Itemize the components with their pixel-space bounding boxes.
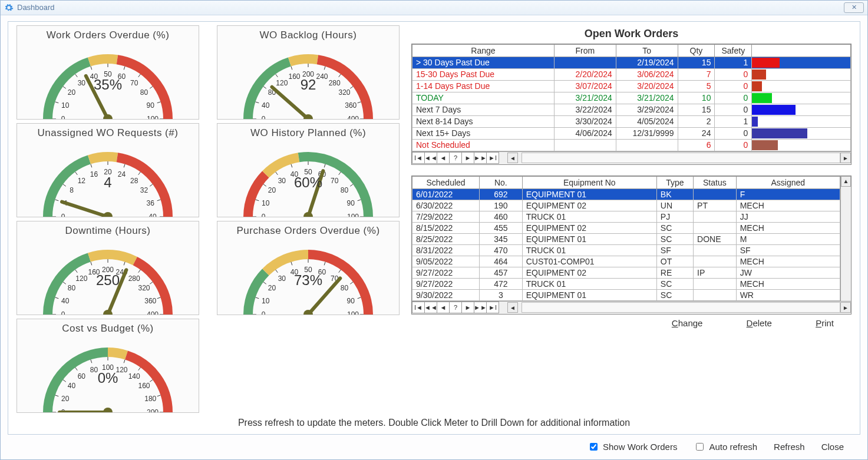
table-row[interactable]: 8/15/2022455EQUIPMENT 02SCMECH xyxy=(412,222,840,233)
gauge-value: 92 xyxy=(301,77,316,93)
hscroll2-right-icon[interactable]: ► xyxy=(840,302,851,313)
table-row[interactable]: Not Scheduled60 xyxy=(412,139,851,151)
hscroll2-track[interactable] xyxy=(522,302,840,313)
svg-line-108 xyxy=(124,262,125,265)
col-header[interactable]: Scheduled xyxy=(412,176,480,188)
table-row[interactable]: 7/29/2022460TRUCK 01PJJJ xyxy=(412,211,840,222)
svg-text:10: 10 xyxy=(262,198,270,207)
svg-line-74 xyxy=(256,200,259,201)
svg-text:140: 140 xyxy=(128,372,140,380)
schedule-vscroll[interactable]: ▲ xyxy=(840,176,851,301)
svg-line-80 xyxy=(291,164,292,167)
hscroll2-left-icon[interactable]: ◄ xyxy=(507,302,518,313)
nav-fwd-icon[interactable]: ► xyxy=(461,152,474,164)
svg-text:80: 80 xyxy=(68,284,76,292)
schedule-table[interactable]: ScheduledNo.Equipment NoTypeStatusAssign… xyxy=(412,176,840,301)
col-header[interactable] xyxy=(752,44,851,57)
svg-line-138 xyxy=(358,297,361,299)
table-row[interactable]: 8/25/2022345EQUIPMENT 01SCDONEM xyxy=(412,233,840,244)
nav2-query-icon[interactable]: ? xyxy=(449,302,462,313)
nav2-fastback-icon[interactable]: ◄◄ xyxy=(424,302,437,313)
close-link[interactable]: Close xyxy=(821,442,844,452)
table-row[interactable]: Next 7 Days3/22/20243/29/2024150 xyxy=(412,104,851,115)
gauge-card[interactable]: Cost vs Budget (%)0204060801001201401601… xyxy=(16,319,199,413)
svg-text:20: 20 xyxy=(268,186,276,194)
open-work-orders-panel: Open Work Orders RangeFromToQtySafety> 3… xyxy=(411,25,852,413)
table-row[interactable]: 9/05/2022464CUST01-COMP01OTMECH xyxy=(412,256,840,267)
table-row[interactable]: Next 8-14 Days3/30/20244/05/202421 xyxy=(412,115,851,127)
gauge-card[interactable]: WO History Planned (%)010203040506070809… xyxy=(217,123,400,217)
gauge-card[interactable]: Unassigned WO Requests (#)04812162024283… xyxy=(16,123,199,217)
hint-text: Press refresh to update the meters. Doub… xyxy=(16,413,852,431)
svg-text:0: 0 xyxy=(61,213,65,217)
table-row[interactable]: 9/27/2022457EQUIPMENT 02REIPJW xyxy=(412,267,840,278)
print-link[interactable]: Print xyxy=(816,318,834,328)
svg-line-32 xyxy=(291,66,292,70)
range-table[interactable]: RangeFromToQtySafety> 30 Days Past Due2/… xyxy=(412,44,851,151)
col-header[interactable]: No. xyxy=(480,176,523,188)
table-row[interactable]: 6/30/2022190EQUIPMENT 02UNPTMECH xyxy=(412,200,840,211)
hscroll-track[interactable] xyxy=(522,153,840,163)
svg-text:320: 320 xyxy=(138,284,150,292)
svg-point-167 xyxy=(103,408,113,412)
col-header[interactable]: To xyxy=(616,44,678,57)
table-row[interactable]: Next 15+ Days4/06/202412/31/9999240 xyxy=(412,127,851,139)
svg-text:40: 40 xyxy=(61,296,70,305)
nav-query-icon[interactable]: ? xyxy=(449,152,462,164)
nav2-back-icon[interactable]: ◄ xyxy=(437,302,450,313)
show-work-orders-checkbox[interactable]: Show Work Orders xyxy=(588,441,677,452)
svg-line-38 xyxy=(339,74,341,77)
change-link[interactable]: Change xyxy=(672,318,703,328)
nav-fastfwd-icon[interactable]: ►► xyxy=(474,152,487,164)
delete-link[interactable]: Delete xyxy=(747,318,772,328)
table-row[interactable]: 6/01/2022692EQUIPMENT 01BKF xyxy=(412,188,840,200)
gauge-card[interactable]: WO Backlog (Hours)0408012016020024028032… xyxy=(217,25,400,120)
nav-last-icon[interactable]: ►I xyxy=(486,152,499,164)
gauge-card[interactable]: Downtime (Hours)040801201602002402803203… xyxy=(16,221,199,315)
hscroll-right-icon[interactable]: ► xyxy=(840,153,851,163)
svg-line-98 xyxy=(55,297,59,299)
col-header[interactable]: Assigned xyxy=(736,176,840,188)
table-row[interactable]: TODAY3/21/20243/21/2024100 xyxy=(412,92,851,104)
table-row[interactable]: 15-30 Days Past Due2/20/20243/06/202470 xyxy=(412,68,851,80)
gauge-card[interactable]: Purchase Orders Overdue (%)0102030405060… xyxy=(217,221,400,315)
table-row[interactable]: 9/30/20223EQUIPMENT 01SCWR xyxy=(412,289,840,300)
nav-back-icon[interactable]: ◄ xyxy=(437,152,450,164)
svg-line-112 xyxy=(150,282,153,284)
col-header[interactable]: Equipment No xyxy=(522,176,656,188)
nav2-last-icon[interactable]: ►I xyxy=(486,302,499,313)
nav-first-icon[interactable]: I◄ xyxy=(412,152,425,164)
svg-line-84 xyxy=(324,164,325,167)
table-row[interactable]: > 30 Days Past Due2/19/2024151 xyxy=(412,57,851,68)
nav2-first-icon[interactable]: I◄ xyxy=(412,302,425,313)
svg-line-14 xyxy=(138,74,141,77)
vscroll-up-icon[interactable]: ▲ xyxy=(841,176,851,187)
svg-line-102 xyxy=(75,270,78,273)
table-row[interactable]: 9/27/2022472TRUCK 01SCMECH xyxy=(412,278,840,289)
nav2-fastfwd-icon[interactable]: ►► xyxy=(474,302,487,313)
col-header[interactable]: Qty xyxy=(678,44,715,57)
hscroll-left-icon[interactable]: ◄ xyxy=(507,153,518,163)
nav2-fwd-icon[interactable]: ► xyxy=(461,302,474,313)
svg-line-114 xyxy=(157,297,161,299)
auto-refresh-checkbox[interactable]: Auto refresh xyxy=(694,441,757,452)
svg-line-86 xyxy=(339,172,341,175)
svg-point-95 xyxy=(303,212,313,217)
svg-text:60: 60 xyxy=(78,372,86,380)
table-row[interactable]: 1-14 Days Past Due3/07/20243/20/202450 xyxy=(412,80,851,92)
window-close-button[interactable]: ✕ xyxy=(844,2,864,13)
col-header[interactable]: Type xyxy=(656,176,693,188)
refresh-link[interactable]: Refresh xyxy=(774,442,805,452)
svg-text:70: 70 xyxy=(130,78,138,87)
gauge-card[interactable]: Work Orders Overdue (%)01020304050607080… xyxy=(16,25,199,120)
table-row[interactable]: 8/31/2022470TRUCK 01SFSF xyxy=(412,244,840,256)
col-header[interactable]: Safety xyxy=(715,44,752,57)
col-header[interactable]: Range xyxy=(412,44,555,57)
svg-text:32: 32 xyxy=(140,186,148,194)
svg-line-54 xyxy=(75,172,78,175)
col-header[interactable]: From xyxy=(555,44,616,57)
svg-line-64 xyxy=(150,184,153,187)
nav-fastback-icon[interactable]: ◄◄ xyxy=(424,152,437,164)
svg-line-136 xyxy=(350,282,353,284)
col-header[interactable]: Status xyxy=(694,176,737,188)
